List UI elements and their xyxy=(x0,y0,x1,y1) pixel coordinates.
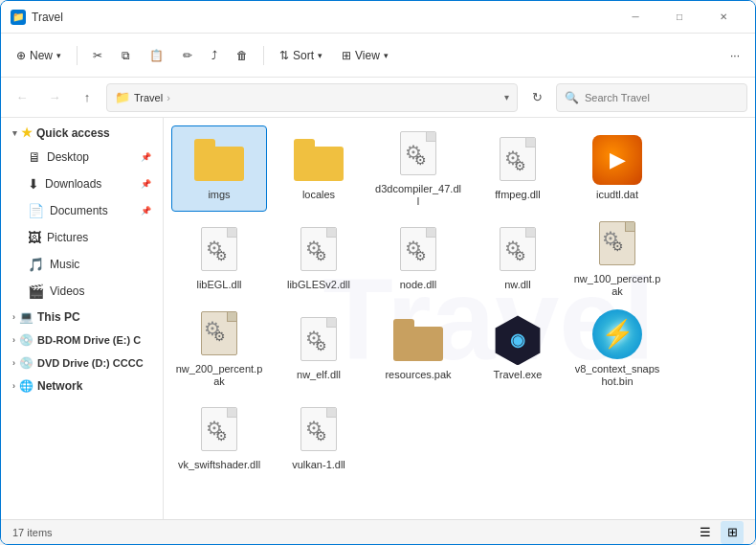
cut-button[interactable]: ✂ xyxy=(85,40,110,71)
minimize-button[interactable]: ─ xyxy=(613,1,657,34)
file-icon-nw: ⚙ ⚙ xyxy=(493,225,543,275)
title-controls: ─ □ ✕ xyxy=(613,1,745,34)
dvd-icon: 💿 xyxy=(19,356,33,370)
file-name-vk_swiftshader: vk_swiftshader.dll xyxy=(178,459,260,471)
network-header[interactable]: › 🌐 Network xyxy=(5,375,159,397)
maximize-button[interactable]: □ xyxy=(657,1,701,34)
file-item[interactable]: resources.pak xyxy=(370,306,466,392)
search-input[interactable] xyxy=(585,92,739,103)
file-name-vulkan: vulkan-1.dll xyxy=(292,459,345,471)
file-item[interactable]: ⚙ ⚙ d3dcompiler_47.dll xyxy=(370,125,466,212)
file-item[interactable]: ⚙ ⚙ libEGL.dll xyxy=(171,216,267,302)
cut-icon: ✂ xyxy=(93,49,102,62)
file-item[interactable]: ⚙ ⚙ vulkan-1.dll xyxy=(271,396,367,482)
file-icon-node: ⚙ ⚙ xyxy=(393,225,443,275)
view-button[interactable]: ⊞ View ▾ xyxy=(334,40,396,71)
paste-button[interactable]: 📋 xyxy=(142,40,171,71)
network-label: Network xyxy=(37,379,82,393)
sidebar-downloads-label: Downloads xyxy=(45,177,101,191)
file-icon-travel_exe: ◉ xyxy=(493,315,543,365)
list-view-button[interactable]: ☰ xyxy=(694,521,717,544)
dvd-chevron-icon: › xyxy=(12,358,15,368)
sidebar-documents-label: Documents xyxy=(50,204,108,217)
share-button[interactable]: ⤴ xyxy=(204,40,225,71)
sidebar-item-downloads[interactable]: ⬇ Downloads 📌 xyxy=(5,170,159,197)
file-item[interactable]: ⚙ ⚙ ffmpeg.dll xyxy=(470,125,566,212)
quick-access-header[interactable]: ▾ ★ Quick access xyxy=(5,122,159,144)
main-area: ▾ ★ Quick access 🖥 Desktop 📌 ⬇ Downloads… xyxy=(1,118,755,519)
rename-button[interactable]: ✏ xyxy=(175,40,200,71)
file-item[interactable]: ⚙ ⚙ nw_100_percent.pak xyxy=(569,216,665,302)
this-pc-header[interactable]: › 💻 This PC xyxy=(5,307,159,328)
refresh-button[interactable]: ↻ xyxy=(523,84,550,111)
this-pc-label: This PC xyxy=(37,310,80,324)
file-item[interactable]: ⚙ ⚙ nw_elf.dll xyxy=(271,306,367,392)
new-button[interactable]: ⊕ New ▾ xyxy=(9,40,69,71)
network-icon: 🌐 xyxy=(19,379,33,393)
file-icon-vk_swiftshader: ⚙ ⚙ xyxy=(194,405,244,455)
this-pc-chevron-icon: › xyxy=(12,312,15,322)
file-item[interactable]: ⚙ ⚙ nw.dll xyxy=(470,216,566,302)
address-chevron-icon: ▾ xyxy=(504,92,509,102)
bd-rom-icon: 💿 xyxy=(19,333,33,347)
sidebar-item-videos[interactable]: 🎬 Videos xyxy=(5,278,159,305)
copy-button[interactable]: ⧉ xyxy=(114,40,138,71)
sidebar: ▾ ★ Quick access 🖥 Desktop 📌 ⬇ Downloads… xyxy=(1,118,164,519)
search-icon: 🔍 xyxy=(565,91,579,104)
grid-view-button[interactable]: ⊞ xyxy=(721,521,744,544)
sidebar-item-pictures[interactable]: 🖼 Pictures xyxy=(5,224,159,251)
up-button[interactable]: ↑ xyxy=(74,84,100,111)
file-name-imgs: imgs xyxy=(208,189,230,201)
file-item[interactable]: ◉ Travel.exe xyxy=(470,306,566,392)
sidebar-music-label: Music xyxy=(50,258,79,271)
dvd-drive-header[interactable]: › 💿 DVD Drive (D:) CCCC xyxy=(5,352,159,374)
sort-button[interactable]: ⇅ Sort ▾ xyxy=(272,40,330,71)
file-item[interactable]: ▶ icudtl.dat xyxy=(569,125,665,212)
this-pc-section: › 💻 This PC xyxy=(1,307,163,328)
sidebar-item-desktop[interactable]: 🖥 Desktop 📌 xyxy=(5,144,159,170)
file-item[interactable]: ⚙ ⚙ libGLESv2.dll xyxy=(271,216,367,302)
network-section: › 🌐 Network xyxy=(1,375,163,397)
copy-icon: ⧉ xyxy=(122,49,130,62)
network-chevron-icon: › xyxy=(12,381,15,391)
file-item[interactable]: ⚙ ⚙ nw_200_percent.pak xyxy=(171,306,267,392)
file-item[interactable]: ⚙ ⚙ vk_swiftshader.dll xyxy=(171,396,267,482)
file-icon-v8_context: ⚡ xyxy=(592,309,642,359)
file-name-d3dcompiler_47: d3dcompiler_47.dll xyxy=(374,183,462,208)
bd-rom-header[interactable]: › 💿 BD-ROM Drive (E:) C xyxy=(5,329,159,351)
file-icon-libEGL: ⚙ ⚙ xyxy=(194,225,244,275)
address-box[interactable]: 📁 Travel › ▾ xyxy=(106,83,518,112)
view-icon: ⊞ xyxy=(342,49,351,62)
content-wrapper: Travel imgs locales ⚙ ⚙ d3dcompiler_4 xyxy=(164,118,755,519)
file-icon-icudtl: ▶ xyxy=(592,135,642,185)
new-chevron-icon: ▾ xyxy=(56,51,61,60)
separator-1 xyxy=(77,46,78,65)
file-item[interactable]: ⚙ ⚙ node.dll xyxy=(370,216,466,302)
dvd-drive-section: › 💿 DVD Drive (D:) CCCC xyxy=(1,352,163,374)
sort-label: Sort xyxy=(293,49,314,62)
bd-rom-chevron-icon: › xyxy=(12,335,15,345)
file-content: imgs locales ⚙ ⚙ d3dcompiler_47.dll ⚙ ⚙ xyxy=(164,118,755,489)
file-item[interactable]: locales xyxy=(271,125,367,212)
close-button[interactable]: ✕ xyxy=(701,1,745,34)
desktop-icon: 🖥 xyxy=(28,149,41,165)
file-icon-resources xyxy=(393,315,443,365)
file-icon-vulkan: ⚙ ⚙ xyxy=(294,405,344,455)
search-box[interactable]: 🔍 xyxy=(556,83,747,112)
this-pc-icon: 💻 xyxy=(19,310,33,324)
file-item[interactable]: imgs xyxy=(171,125,267,212)
forward-button[interactable]: → xyxy=(41,84,68,111)
delete-icon: 🗑 xyxy=(236,49,248,62)
delete-button[interactable]: 🗑 xyxy=(229,40,256,71)
pin-icon-desktop: 📌 xyxy=(141,152,151,162)
sidebar-item-documents[interactable]: 📄 Documents 📌 xyxy=(5,197,159,224)
star-icon: ★ xyxy=(21,125,33,140)
sidebar-item-music[interactable]: 🎵 Music xyxy=(5,251,159,278)
sort-chevron-icon: ▾ xyxy=(318,51,322,60)
rename-icon: ✏ xyxy=(183,49,192,62)
file-icon-ffmpeg: ⚙ ⚙ xyxy=(493,135,543,185)
file-item[interactable]: ⚡ v8_context_snapshot.bin xyxy=(569,306,665,392)
back-button[interactable]: ← xyxy=(9,84,35,111)
more-options-button[interactable]: ··· xyxy=(723,40,747,71)
window-title: Travel xyxy=(32,11,63,24)
